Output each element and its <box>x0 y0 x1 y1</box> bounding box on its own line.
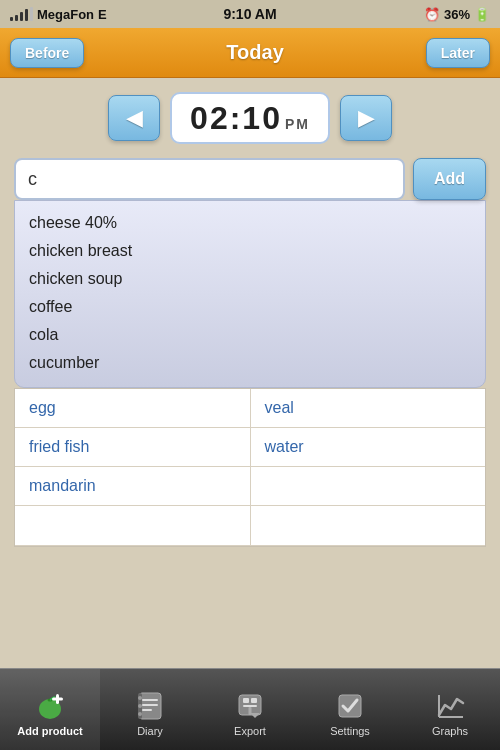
later-button[interactable]: Later <box>426 38 490 68</box>
table-row <box>15 506 485 546</box>
diary-icon <box>134 690 166 722</box>
table-row: mandarin <box>15 467 485 506</box>
search-input[interactable] <box>14 158 405 200</box>
status-right: ⏰ 36% 🔋 <box>424 7 490 22</box>
product-cell[interactable]: mandarin <box>15 467 251 505</box>
tab-diary[interactable]: Diary <box>100 669 200 750</box>
tab-export-label: Export <box>234 725 266 737</box>
tab-graphs-label: Graphs <box>432 725 468 737</box>
add-product-icon <box>34 690 66 722</box>
product-cell[interactable]: fried fish <box>15 428 251 466</box>
svg-rect-6 <box>142 704 158 706</box>
status-bar: MegaFon E 9:10 AM ⏰ 36% 🔋 <box>0 0 500 28</box>
svg-point-11 <box>138 712 142 716</box>
autocomplete-item[interactable]: cheese 40% <box>29 209 471 237</box>
svg-point-9 <box>138 696 142 700</box>
product-cell[interactable]: egg <box>15 389 251 427</box>
autocomplete-item[interactable]: coffee <box>29 293 471 321</box>
time-display: 02:10 PM <box>170 92 330 144</box>
product-cell[interactable] <box>251 467 486 505</box>
carrier-label: MegaFon <box>37 7 94 22</box>
tab-settings-label: Settings <box>330 725 370 737</box>
autocomplete-item[interactable]: chicken soup <box>29 265 471 293</box>
svg-rect-3 <box>52 698 63 701</box>
svg-point-10 <box>138 704 142 708</box>
status-left: MegaFon E <box>10 7 107 22</box>
clock-icon: ⏰ <box>424 7 440 22</box>
time-prev-button[interactable]: ◀ <box>108 95 160 141</box>
tab-add-product[interactable]: Add product <box>0 669 100 750</box>
battery-icon: 🔋 <box>474 7 490 22</box>
svg-rect-17 <box>249 707 252 715</box>
tab-export[interactable]: Export <box>200 669 300 750</box>
table-row: fried fish water <box>15 428 485 467</box>
time-ampm: PM <box>285 116 310 132</box>
main-content: ◀ 02:10 PM ▶ Add cheese 40% chicken brea… <box>0 78 500 547</box>
svg-rect-7 <box>142 709 152 711</box>
time-next-button[interactable]: ▶ <box>340 95 392 141</box>
signal-icon <box>10 7 33 21</box>
svg-rect-15 <box>243 705 257 707</box>
network-label: E <box>98 7 107 22</box>
autocomplete-dropdown: cheese 40% chicken breast chicken soup c… <box>14 200 486 388</box>
product-cell[interactable]: veal <box>251 389 486 427</box>
tab-settings[interactable]: Settings <box>300 669 400 750</box>
autocomplete-item[interactable]: cucumber <box>29 349 471 377</box>
search-row: Add <box>14 158 486 200</box>
product-cell <box>251 506 486 545</box>
tab-bar: Add product Diary <box>0 668 500 750</box>
table-row: egg veal <box>15 389 485 428</box>
time-picker: ◀ 02:10 PM ▶ <box>14 92 486 144</box>
tab-diary-label: Diary <box>137 725 163 737</box>
svg-rect-13 <box>243 698 249 703</box>
nav-title: Today <box>226 41 283 64</box>
battery-label: 36% <box>444 7 470 22</box>
before-button[interactable]: Before <box>10 38 84 68</box>
tab-add-product-label: Add product <box>17 725 82 737</box>
product-cell <box>15 506 251 545</box>
product-cell[interactable]: water <box>251 428 486 466</box>
add-button[interactable]: Add <box>413 158 486 200</box>
svg-rect-5 <box>142 699 158 701</box>
time-value: 02:10 <box>190 100 282 137</box>
tab-graphs[interactable]: Graphs <box>400 669 500 750</box>
products-table: egg veal fried fish water mandarin <box>14 388 486 547</box>
graphs-icon <box>434 690 466 722</box>
settings-icon <box>334 690 366 722</box>
autocomplete-item[interactable]: chicken breast <box>29 237 471 265</box>
nav-bar: Before Today Later <box>0 28 500 78</box>
status-time: 9:10 AM <box>223 6 276 22</box>
export-icon <box>234 690 266 722</box>
autocomplete-item[interactable]: cola <box>29 321 471 349</box>
svg-rect-14 <box>251 698 257 703</box>
